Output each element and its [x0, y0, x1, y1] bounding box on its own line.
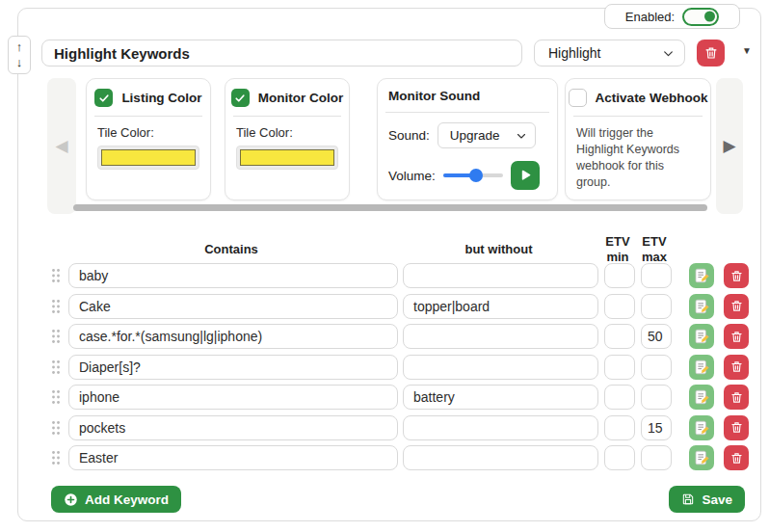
- etv-min-input[interactable]: [604, 294, 635, 319]
- edit-keyword-button[interactable]: [689, 415, 714, 440]
- drag-handle-icon[interactable]: [51, 268, 61, 283]
- delete-group-button[interactable]: [697, 40, 725, 66]
- delete-keyword-button[interactable]: [724, 324, 749, 349]
- volume-slider-thumb[interactable]: [469, 169, 483, 182]
- carousel-prev-button[interactable]: ◀: [47, 78, 76, 214]
- listing-color-checkbox[interactable]: [94, 89, 113, 107]
- drag-handle-icon[interactable]: [51, 450, 61, 466]
- divider: [385, 112, 549, 113]
- delete-keyword-button[interactable]: [724, 445, 749, 470]
- etv-min-input[interactable]: [604, 445, 635, 470]
- group-name-input[interactable]: [41, 40, 522, 66]
- but-without-header: but without: [401, 242, 597, 257]
- play-sound-button[interactable]: [511, 161, 540, 190]
- edit-keyword-button[interactable]: [689, 294, 714, 319]
- volume-label: Volume:: [388, 169, 436, 183]
- volume-slider[interactable]: [443, 169, 503, 182]
- delete-keyword-button[interactable]: [724, 415, 749, 440]
- contains-input[interactable]: [68, 294, 398, 319]
- edit-keyword-button[interactable]: [689, 385, 714, 410]
- card-title: Activate Webhook: [596, 91, 708, 105]
- divider: [573, 116, 703, 117]
- keyword-row: [18, 263, 762, 288]
- enabled-box: Enabled:: [604, 4, 740, 29]
- divider: [233, 116, 341, 117]
- drag-handle-icon[interactable]: [51, 329, 61, 344]
- edit-keyword-button[interactable]: [689, 263, 714, 288]
- chevron-left-icon: ◀: [55, 136, 67, 156]
- memo-icon: [694, 450, 709, 466]
- contains-input[interactable]: [68, 445, 398, 470]
- etv-max-input[interactable]: [641, 355, 672, 380]
- tile-color-label: Tile Color:: [97, 125, 199, 140]
- drag-handle-icon[interactable]: [51, 389, 61, 405]
- trash-icon: [730, 360, 743, 373]
- delete-keyword-button[interactable]: [724, 385, 749, 410]
- monitor-color-picker[interactable]: [236, 146, 338, 170]
- etv-max-input[interactable]: [641, 263, 672, 288]
- monitor-color-checkbox[interactable]: [231, 89, 250, 107]
- move-up-icon[interactable]: ↑: [16, 40, 23, 55]
- contains-input[interactable]: [68, 385, 398, 410]
- drag-handle-icon[interactable]: [51, 359, 61, 375]
- delete-keyword-button[interactable]: [724, 263, 749, 288]
- toggle-knob-icon: [704, 12, 715, 22]
- keyword-row: [18, 415, 762, 440]
- etv-min-input[interactable]: [604, 355, 635, 380]
- keyword-group-editor: Enabled: ↑ ↓ Highlight ▼ ◀ List: [0, 0, 769, 532]
- contains-input[interactable]: [68, 415, 398, 440]
- sound-value: Upgrade: [450, 128, 500, 143]
- but-without-input[interactable]: [403, 445, 598, 470]
- edit-keyword-button[interactable]: [689, 445, 714, 470]
- but-without-input[interactable]: [403, 355, 598, 380]
- listing-color-picker[interactable]: [97, 146, 199, 170]
- drag-handle-icon[interactable]: [51, 420, 61, 436]
- collapse-caret-icon[interactable]: ▼: [739, 45, 755, 61]
- enabled-toggle[interactable]: [682, 8, 719, 26]
- contains-input[interactable]: [68, 324, 398, 349]
- delete-keyword-button[interactable]: [724, 355, 749, 380]
- activate-webhook-checkbox[interactable]: [569, 89, 587, 107]
- etv-max-input[interactable]: [641, 294, 672, 319]
- but-without-input[interactable]: [403, 385, 598, 410]
- but-without-input[interactable]: [403, 294, 598, 319]
- etv-max-input[interactable]: [641, 445, 672, 470]
- enabled-label: Enabled:: [625, 10, 675, 24]
- trash-icon: [704, 46, 718, 60]
- etv-max-header: ETV max: [637, 234, 672, 264]
- keyword-table-header: Contains but without ETV min ETV max: [18, 230, 762, 263]
- listing-color-card: Listing Color Tile Color:: [86, 78, 211, 200]
- but-without-input[interactable]: [403, 263, 598, 288]
- etv-min-input[interactable]: [604, 385, 635, 410]
- drag-handle-icon[interactable]: [51, 299, 61, 314]
- etv-min-input[interactable]: [604, 415, 635, 440]
- etv-max-input[interactable]: [641, 324, 672, 349]
- edit-keyword-button[interactable]: [689, 355, 714, 380]
- divider: [94, 116, 202, 117]
- monitor-sound-card: Monitor Sound Sound: Upgrade Volume:: [377, 78, 558, 200]
- group-type-select[interactable]: Highlight: [534, 40, 685, 66]
- check-icon: [98, 93, 110, 104]
- sound-label: Sound:: [388, 128, 430, 143]
- etv-min-input[interactable]: [604, 324, 635, 349]
- but-without-input[interactable]: [403, 324, 598, 349]
- etv-max-input[interactable]: [641, 385, 672, 410]
- memo-icon: [694, 420, 709, 436]
- edit-keyword-button[interactable]: [689, 324, 714, 349]
- keyword-rows: [18, 263, 762, 476]
- delete-keyword-button[interactable]: [724, 294, 749, 319]
- sound-select[interactable]: Upgrade: [438, 122, 536, 148]
- but-without-input[interactable]: [403, 415, 598, 440]
- add-keyword-button[interactable]: Add Keyword: [51, 486, 181, 513]
- keyword-row: [18, 294, 762, 319]
- carousel-scrollbar[interactable]: [73, 204, 707, 211]
- memo-icon: [694, 329, 709, 344]
- play-icon: [518, 169, 532, 182]
- etv-min-input[interactable]: [604, 263, 635, 288]
- contains-input[interactable]: [68, 355, 398, 380]
- carousel-next-button[interactable]: ▶: [716, 78, 743, 214]
- move-down-icon[interactable]: ↓: [16, 55, 23, 70]
- save-button[interactable]: Save: [669, 486, 745, 513]
- etv-max-input[interactable]: [641, 415, 672, 440]
- contains-input[interactable]: [68, 263, 398, 288]
